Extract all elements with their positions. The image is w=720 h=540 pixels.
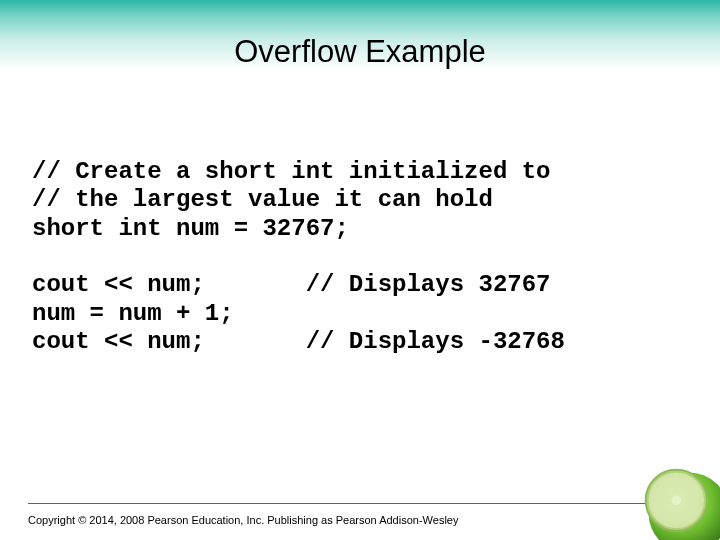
copyright-text: Copyright © 2014, 2008 Pearson Education… <box>28 514 458 526</box>
lime-decoration-icon <box>636 460 720 540</box>
svg-point-2 <box>672 496 682 506</box>
code-example: // Create a short int initialized to // … <box>32 158 688 356</box>
footer-divider <box>28 503 692 504</box>
slide-title: Overflow Example <box>0 34 720 70</box>
